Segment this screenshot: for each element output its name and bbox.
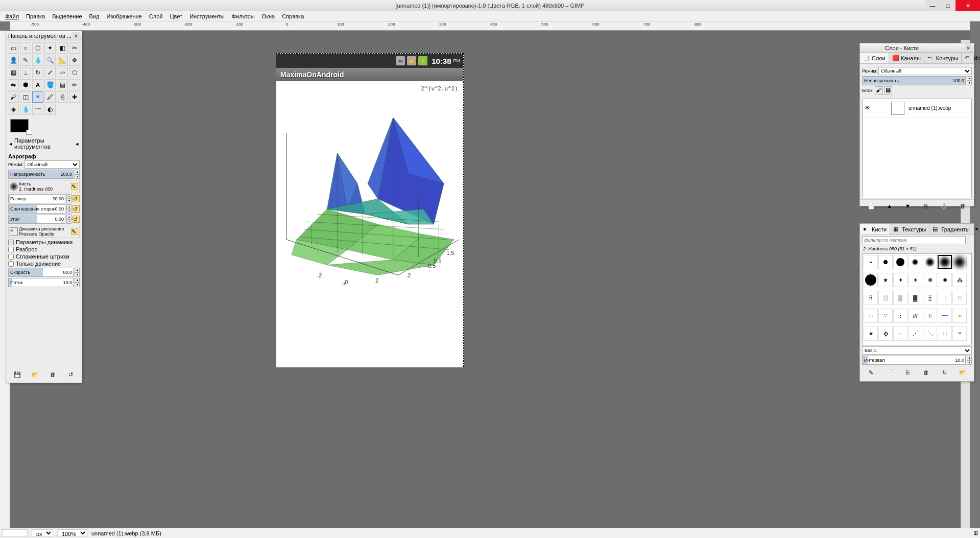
tab-history[interactable]: ↶История <box>962 53 980 63</box>
tool-rotate[interactable]: ↻ <box>32 67 43 78</box>
menu-filters[interactable]: Фильтры <box>229 12 258 20</box>
maximize-button[interactable]: □ <box>940 0 955 11</box>
brush-item[interactable]: 〰 <box>938 309 952 323</box>
expand-icon[interactable]: + <box>8 240 14 245</box>
angle-slider[interactable]: Угол 0.00 <box>8 215 65 224</box>
layer-mode-select[interactable]: Обычный <box>878 67 972 75</box>
tool-pencil[interactable]: ✏ <box>69 79 80 90</box>
tool-ellipse-select[interactable]: ○ <box>20 42 31 54</box>
color-swatch[interactable] <box>10 119 29 132</box>
tool-clone[interactable]: ⎘ <box>57 91 68 103</box>
tool-rect-select[interactable]: ▭ <box>8 42 19 54</box>
tool-crop[interactable]: ⟂ <box>20 67 31 78</box>
reset-preset-icon[interactable]: ↺ <box>67 370 75 379</box>
tool-eraser[interactable]: ◫ <box>20 91 31 103</box>
spin-up[interactable]: ▴ <box>75 170 80 174</box>
brush-item[interactable]: ▓ <box>908 291 922 305</box>
smooth-checkbox[interactable] <box>8 254 14 260</box>
nav-button[interactable]: ⊞ <box>973 530 978 536</box>
flow-slider[interactable]: Поток 10.0 <box>8 278 74 287</box>
tool-dodge[interactable]: ◐ <box>44 104 56 115</box>
toolbox-title[interactable]: Панель инструментов ... × <box>6 31 82 40</box>
brush-item[interactable]: ▒ <box>893 291 907 305</box>
save-preset-icon[interactable]: 💾 <box>13 370 21 379</box>
brush-item[interactable]: ⁘ <box>938 291 952 305</box>
brush-item[interactable]: ░ <box>878 291 893 305</box>
dynamics-edit-icon[interactable]: ✎ <box>71 228 78 235</box>
brush-item[interactable] <box>893 255 907 269</box>
lock-pixels-icon[interactable]: 🖌 <box>875 86 883 95</box>
tool-heal[interactable]: ✚ <box>69 91 80 103</box>
brush-item[interactable] <box>938 255 952 269</box>
tool-shear[interactable]: ▱ <box>57 67 68 78</box>
tool-blend[interactable]: ▤ <box>57 79 68 90</box>
lock-alpha-icon[interactable]: ▦ <box>884 86 892 95</box>
menu-view[interactable]: Вид <box>86 12 103 20</box>
brush-item[interactable]: ⋰ <box>908 326 922 341</box>
lower-layer-icon[interactable]: ▼ <box>904 202 912 210</box>
brush-item[interactable]: ✷ <box>864 326 878 341</box>
tool-perspective[interactable]: ⬠ <box>69 67 80 78</box>
tool-color-select[interactable]: ◧ <box>57 42 68 54</box>
brush-item[interactable] <box>908 255 922 269</box>
tool-options-header[interactable]: ◂Параметры инструментов◂ <box>8 136 80 151</box>
new-brush-icon[interactable]: 📄 <box>886 368 894 377</box>
tool-smudge[interactable]: 〰 <box>32 104 43 115</box>
reset-icon[interactable]: ↺ <box>73 205 80 213</box>
menu-windows[interactable]: Окна <box>259 12 278 20</box>
spin-down[interactable]: ▾ <box>75 174 80 179</box>
brush-item[interactable]: ⠿ <box>864 291 878 305</box>
brush-item[interactable]: ✺ <box>938 273 952 287</box>
minimize-button[interactable]: — <box>925 0 940 11</box>
tool-blur[interactable]: 💧 <box>20 104 31 115</box>
tab-channels[interactable]: 🟥Каналы <box>889 53 924 63</box>
zoom-select[interactable]: 100% <box>57 529 87 537</box>
brush-item[interactable] <box>878 255 893 269</box>
anchor-layer-icon[interactable]: ⚓ <box>940 202 948 210</box>
tool-fuzzy-select[interactable]: ✦ <box>44 42 56 54</box>
brush-preset-select[interactable]: Basic. <box>862 346 972 355</box>
brush-item[interactable]: ∵ <box>878 309 893 323</box>
tab-brushes[interactable]: ●Кисти <box>860 224 890 235</box>
brush-item[interactable]: ∴ <box>864 309 878 323</box>
reset-icon[interactable]: ↺ <box>73 216 80 223</box>
aspect-slider[interactable]: Соотношение сторон 0.00 <box>8 204 65 214</box>
menu-layer[interactable]: Слой <box>146 12 166 20</box>
brush-item[interactable]: /// <box>908 309 922 323</box>
tool-measure[interactable]: 📐 <box>57 55 68 66</box>
duplicate-brush-icon[interactable]: ⎘ <box>904 368 912 377</box>
tab-gradients[interactable]: ▤Градиенты <box>929 224 973 235</box>
brush-item[interactable] <box>864 255 878 269</box>
tab-layers[interactable]: 📑Слои <box>860 53 889 63</box>
tool-align[interactable]: ▦ <box>8 67 19 78</box>
brush-item[interactable]: ༄ <box>952 326 967 341</box>
dynamics-icon[interactable]: ༄ <box>10 227 18 236</box>
canvas-image[interactable]: 3G 📶 ⚡ 10:38 PM MaximaOnAndroid 2^(v^2-u… <box>276 53 464 367</box>
load-preset-icon[interactable]: 📂 <box>31 370 39 379</box>
brush-item[interactable] <box>923 255 937 269</box>
ruler-horizontal[interactable]: -500 -400 -300 -200 -100 0 100 200 300 4… <box>10 21 970 31</box>
menu-help[interactable]: Справка <box>279 12 307 20</box>
tool-zoom[interactable]: 🔍 <box>44 55 56 66</box>
brush-item[interactable]: ⁙ <box>952 291 967 305</box>
scatter-checkbox[interactable] <box>8 247 14 252</box>
tab-textures[interactable]: ▦Текстуры <box>890 224 929 235</box>
new-layer-icon[interactable]: 📄 <box>867 202 875 210</box>
brush-edit-icon[interactable]: ✎ <box>71 183 78 190</box>
delete-layer-icon[interactable]: 🗑 <box>959 202 967 210</box>
tool-move[interactable]: ✥ <box>69 55 80 66</box>
brush-item[interactable]: ★ <box>878 273 893 287</box>
mode-select[interactable]: Обычный <box>25 160 80 169</box>
canvas-background[interactable] <box>10 31 970 528</box>
tool-perspective-clone[interactable]: ◈ <box>8 104 19 115</box>
delete-brush-icon[interactable]: 🗑 <box>922 368 930 377</box>
tool-foreground[interactable]: 👤 <box>8 55 19 66</box>
brush-item[interactable]: ⁖ <box>893 326 907 341</box>
brush-item[interactable]: ⋱ <box>923 326 937 341</box>
brush-filter-input[interactable] <box>862 236 966 244</box>
layer-list[interactable]: 👁 unnamed (1).webp <box>862 99 972 198</box>
tool-color-picker[interactable]: 💧 <box>32 55 43 66</box>
raise-layer-icon[interactable]: ▲ <box>886 202 894 210</box>
menu-image[interactable]: Изображение <box>103 12 145 20</box>
brush-item[interactable]: ≋ <box>923 309 937 323</box>
